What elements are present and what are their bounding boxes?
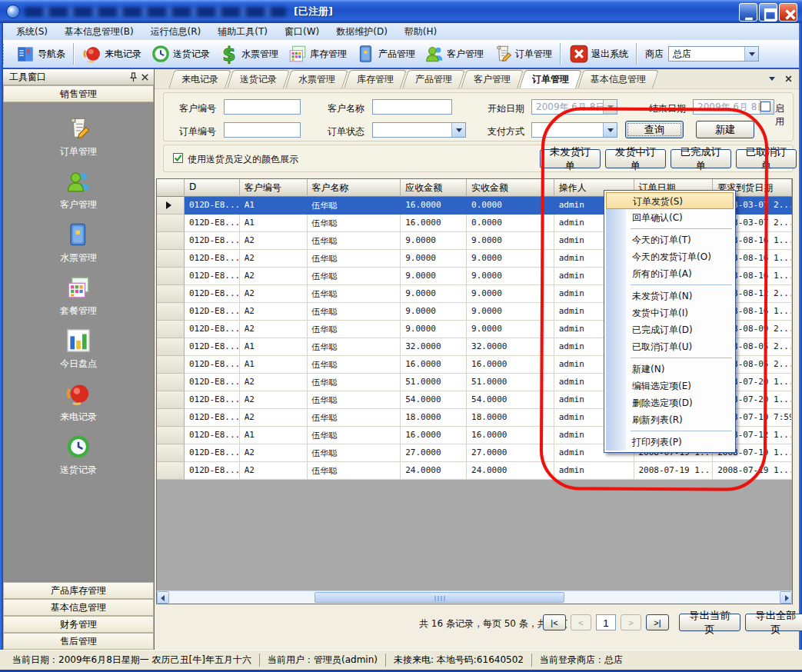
status-filter-button-1[interactable]: 发货中订单 [605, 149, 666, 168]
payment-dropdown-icon[interactable] [603, 123, 617, 137]
grid-header-col-4[interactable]: 实收金额 [467, 179, 554, 197]
toolbar-button-2[interactable]: 送货记录 [146, 42, 215, 65]
sidebar-group-2[interactable]: 财务管理 [3, 616, 154, 633]
tab-5[interactable]: 客户管理 [464, 70, 521, 88]
export-current-page-button[interactable]: 导出当前页 [679, 614, 740, 631]
tool-window-close-icon[interactable] [139, 72, 151, 83]
status-filter-button-2[interactable]: 已完成订单 [671, 149, 731, 168]
sidebar-item-1[interactable]: 客户管理 [60, 168, 97, 211]
customer-no-input[interactable] [224, 99, 301, 115]
context-menu-item-17[interactable]: 打印列表(P) [604, 434, 735, 451]
tab-7[interactable]: 基本信息管理 [581, 70, 656, 88]
order-status-dropdown-icon[interactable] [451, 123, 465, 137]
sidebar-item-6[interactable]: 送货记录 [60, 434, 97, 477]
menu-item-5[interactable]: 数据维护(D) [328, 24, 396, 40]
sidebar-group-0[interactable]: 产品库存管理 [3, 582, 154, 599]
scrollbar-thumb[interactable] [314, 592, 564, 603]
order-no-input[interactable] [224, 122, 301, 138]
context-menu-item-0[interactable]: 订单发货(S) [606, 192, 734, 209]
minimize-button[interactable] [739, 3, 757, 22]
query-button[interactable]: 查询 [625, 121, 684, 138]
toolbar-button-5[interactable]: 产品管理 [351, 42, 420, 65]
table-row[interactable]: 012D-E8...A2伍华聪24.000024.0000admin2008-0… [157, 462, 792, 480]
order-status-select[interactable] [372, 122, 466, 138]
sidebar-item-2[interactable]: 水票管理 [60, 221, 97, 264]
context-menu-item-15[interactable]: 刷新列表(R) [604, 411, 735, 428]
context-menu-item-12[interactable]: 新建(N) [604, 361, 735, 378]
toolbar-button-4[interactable]: 库存管理 [283, 42, 351, 65]
new-button[interactable]: 新建 [696, 121, 754, 138]
menu-item-6[interactable]: 帮助(H) [396, 24, 445, 40]
tab-6[interactable]: 订单管理 [522, 70, 579, 88]
tab-4[interactable]: 产品管理 [405, 70, 462, 88]
grid-header-col-1[interactable]: 客户编号 [240, 179, 308, 197]
context-menu-item-4[interactable]: 今天的发货订单(O) [604, 248, 735, 265]
grid-header-col-2[interactable]: 客户名称 [308, 179, 401, 197]
prev-page-button[interactable]: < [571, 614, 591, 630]
tab-0[interactable]: 来电记录 [171, 70, 228, 88]
toolbar-button-7[interactable]: 订单管理 [488, 42, 557, 65]
cell-customer_no: A2 [240, 462, 308, 480]
menu-item-3[interactable]: 辅助工具(T) [209, 24, 276, 40]
status-filter-button-0[interactable]: 未发货订单 [540, 149, 601, 168]
tab-list-dropdown-icon[interactable] [769, 77, 775, 81]
shop-dropdown-icon[interactable] [744, 47, 758, 61]
grid-horizontal-scrollbar[interactable] [157, 590, 792, 604]
maximize-button[interactable] [759, 3, 777, 22]
next-page-button[interactable]: > [621, 614, 641, 630]
scroll-left-button[interactable] [157, 591, 169, 604]
menu-item-1[interactable]: 基本信息管理(B) [56, 24, 142, 40]
menu-item-4[interactable]: 窗口(W) [276, 24, 328, 40]
context-menu-item-14[interactable]: 删除选定项(D) [604, 394, 735, 411]
menu-item-0[interactable]: 系统(S) [8, 24, 56, 40]
toolbar-button-0[interactable]: 导航条 [11, 42, 70, 65]
shop-value: 总店 [673, 48, 691, 61]
context-menu-item-10[interactable]: 已取消订单(U) [604, 338, 735, 355]
close-button[interactable] [779, 3, 797, 22]
toolbar-button-3[interactable]: $水票管理 [215, 42, 283, 65]
last-page-button[interactable]: >| [646, 614, 669, 630]
page-number-input[interactable] [596, 614, 616, 630]
toolbar-grip[interactable] [2, 44, 8, 64]
toolbar-button-8[interactable]: 退出系统 [564, 42, 633, 65]
tab-close-icon[interactable] [784, 75, 793, 83]
bell-icon [82, 44, 102, 64]
payment-select[interactable] [531, 122, 617, 138]
context-menu-item-13[interactable]: 编辑选定项(E) [604, 378, 735, 394]
context-menu-item-8[interactable]: 发货中订单(I) [604, 304, 735, 321]
grid-header-col-3[interactable]: 应收金额 [401, 179, 467, 197]
tab-2[interactable]: 水票管理 [288, 70, 345, 88]
context-menu-item-3[interactable]: 今天的订单(T) [604, 231, 735, 248]
sidebar-group-sales[interactable]: 销售管理 [3, 85, 154, 102]
context-menu-item-5[interactable]: 所有的订单(A) [604, 265, 735, 282]
row-selector-cell [157, 338, 185, 356]
sidebar-item-4[interactable]: 今日盘点 [60, 328, 97, 371]
sidebar-item-label: 水票管理 [60, 251, 97, 264]
sidebar-item-5[interactable]: 来电记录 [60, 381, 97, 424]
context-menu-item-1[interactable]: 回单确认(C) [604, 209, 735, 226]
export-all-pages-button[interactable]: 导出全部页 [745, 614, 802, 631]
toolbar-button-label: 产品管理 [378, 48, 415, 61]
sidebar-item-0[interactable]: 订单管理 [60, 115, 97, 158]
sidebar-item-3[interactable]: 套餐管理 [60, 274, 97, 318]
sidebar-group-3[interactable]: 售后管理 [3, 633, 154, 650]
enable-checkbox[interactable] [760, 101, 770, 111]
toolbar-button-1[interactable]: 来电记录 [78, 42, 146, 65]
pin-icon[interactable] [128, 72, 139, 83]
context-menu-item-7[interactable]: 未发货订单(N) [604, 288, 735, 304]
scroll-right-button[interactable] [780, 591, 792, 604]
start-date-dropdown-icon[interactable] [603, 100, 617, 114]
context-menu-item-9[interactable]: 已完成订单(D) [604, 321, 735, 338]
tab-1[interactable]: 送货记录 [230, 70, 287, 88]
toolbar-button-6[interactable]: 客户管理 [420, 42, 488, 65]
menu-item-2[interactable]: 运行信息(R) [142, 24, 210, 40]
start-date-picker[interactable]: 2009年 6月 8日 [531, 99, 617, 115]
grid-header-col-0[interactable]: D [185, 179, 240, 197]
sidebar-group-1[interactable]: 基本信息管理 [3, 599, 154, 616]
customer-name-input[interactable] [372, 99, 452, 115]
first-page-button[interactable]: |< [543, 614, 566, 630]
color-option-checkbox[interactable] [173, 153, 183, 163]
shop-select[interactable]: 总店 [668, 46, 759, 62]
tab-3[interactable]: 库存管理 [347, 70, 404, 88]
status-filter-button-3[interactable]: 已取消订单 [736, 149, 797, 168]
